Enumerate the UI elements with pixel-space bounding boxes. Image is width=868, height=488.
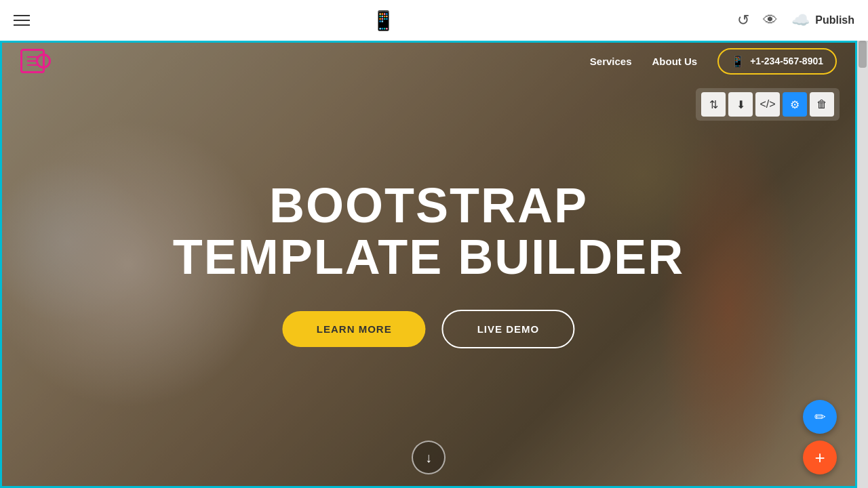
download-tool-button[interactable]: ⬇ [728,92,753,117]
edit-icon: ✏ [814,409,826,425]
preview-navbar: Services About Us 📱 +1-234-567-8901 [0,41,857,81]
fab-container: ✏ + [803,400,837,474]
add-icon: + [814,447,825,468]
logo-lines [24,54,41,68]
toolbar-right: ↺ 👁 ☁️ Publish [737,12,854,29]
learn-more-button[interactable]: LEARN MORE [283,311,426,347]
preview-button[interactable]: 👁 [763,12,778,29]
add-fab-button[interactable]: + [803,441,837,474]
phone-button[interactable]: 📱 +1-234-567-8901 [717,48,837,75]
cloud-upload-icon: ☁️ [791,12,810,29]
scrollbar[interactable] [857,41,868,488]
website-preview: Services About Us 📱 +1-234-567-8901 ⇅ ⬇ … [0,41,857,488]
scrollbar-thumb[interactable] [859,41,867,68]
hero-title-line2: TEMPLATE BUILDER [173,230,685,284]
live-demo-button[interactable]: LIVE DEMO [442,310,575,348]
toolbar-left [14,15,30,26]
undo-button[interactable]: ↺ [737,12,749,29]
canvas-area: Services About Us 📱 +1-234-567-8901 ⇅ ⬇ … [0,41,868,488]
nav-link-services[interactable]: Services [590,56,632,67]
edit-fab-button[interactable]: ✏ [803,400,837,434]
phone-icon: 📱 [731,55,745,68]
phone-number: +1-234-567-8901 [750,56,823,66]
top-toolbar: 📱 ↺ 👁 ☁️ Publish [0,0,868,41]
arrow-down-icon: ↓ [425,450,432,466]
menu-button[interactable] [14,15,30,26]
scroll-down-button[interactable]: ↓ [412,441,446,474]
mobile-preview-icon[interactable]: 📱 [372,9,395,32]
nav-link-about[interactable]: About Us [652,56,698,67]
section-toolbar: ⇅ ⬇ </> ⚙ 🗑 [696,88,840,121]
hero-title-line1: BOOTSTRAP [269,178,588,232]
publish-label: Publish [815,14,854,26]
settings-tool-button[interactable]: ⚙ [783,92,807,117]
toolbar-center: 📱 [372,9,395,32]
hero-content: BOOTSTRAP TEMPLATE BUILDER LEARN MORE LI… [85,180,771,348]
delete-tool-button[interactable]: 🗑 [810,92,834,117]
hero-buttons: LEARN MORE LIVE DEMO [85,310,771,348]
move-tool-button[interactable]: ⇅ [701,92,726,117]
hero-title: BOOTSTRAP TEMPLATE BUILDER [85,180,771,283]
logo-icon [20,49,45,73]
code-tool-button[interactable]: </> [755,92,780,117]
nav-links: Services About Us 📱 +1-234-567-8901 [590,48,837,75]
publish-button[interactable]: ☁️ Publish [791,12,854,29]
site-logo [20,49,45,73]
